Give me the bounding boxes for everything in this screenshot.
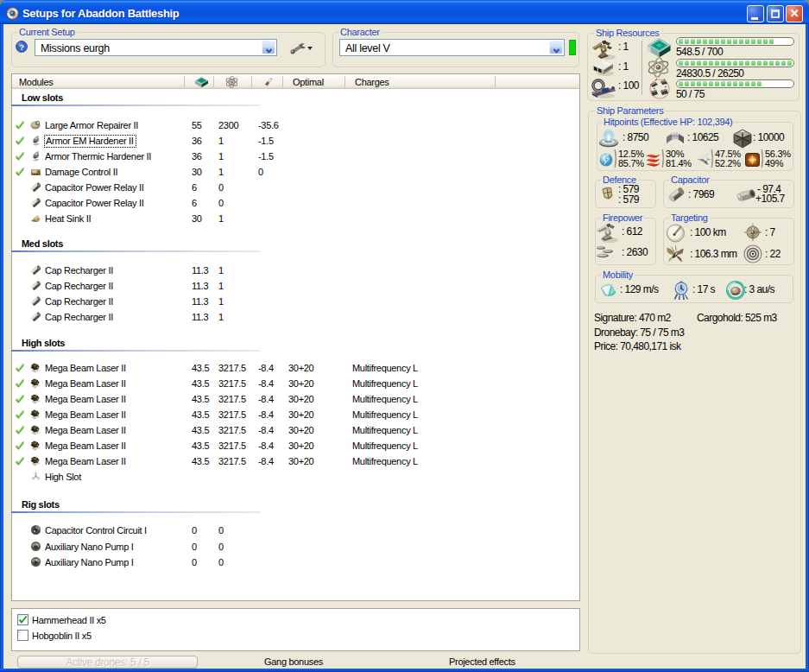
svg-text:?: ? (19, 42, 24, 52)
